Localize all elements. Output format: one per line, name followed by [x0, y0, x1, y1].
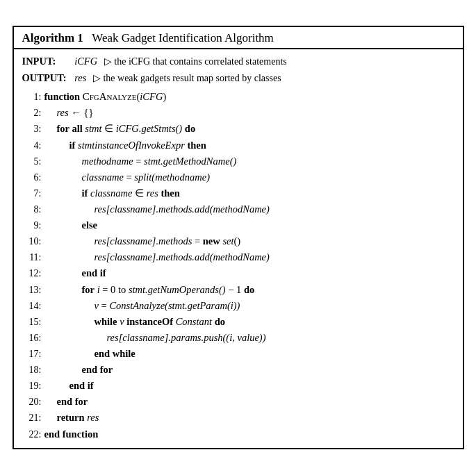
line-content-14: v = ConstAnalyze(stmt.getParam(i)) [44, 298, 240, 314]
output-var: res [72, 70, 89, 85]
line-content-20: end for [44, 394, 88, 410]
algorithm-box: Algorithm 1 Weak Gadget Identification A… [13, 26, 464, 449]
line-content-2: res ← {} [44, 105, 94, 121]
line-num-5: 5: [22, 154, 42, 169]
line-num-13: 13: [22, 283, 42, 298]
line-num-8: 8: [22, 202, 42, 217]
line-content-13: for i = 0 to stmt.getNumOperands() − 1 d… [44, 282, 255, 298]
code-lines: 1: function CfgAnalyze(iCFG) 2: res ← {}… [22, 89, 454, 442]
line-num-22: 22: [22, 427, 42, 442]
line-3: 3: for all stmt ∈ iCFG.getStmts() do [22, 121, 454, 137]
line-content-1: function CfgAnalyze(iCFG) [44, 89, 167, 106]
line-num-10: 10: [22, 234, 42, 249]
line-num-11: 11: [22, 250, 42, 265]
line-content-7: if classname ∈ res then [44, 185, 180, 201]
line-9: 9: else [22, 217, 454, 233]
line-num-21: 21: [22, 410, 42, 426]
line-num-18: 18: [22, 362, 42, 378]
line-num-12: 12: [22, 266, 42, 281]
line-18: 18: end for [22, 362, 454, 378]
line-content-4: if stmtinstanceOfInvokeExpr then [44, 138, 206, 153]
line-num-14: 14: [22, 299, 42, 314]
line-num-3: 3: [22, 122, 42, 137]
output-label: OUTPUT: [22, 70, 72, 85]
algorithm-body: INPUT: iCFG ▷ the iCFG that contains cor… [14, 49, 463, 447]
line-content-12: end if [44, 265, 106, 281]
line-content-9: else [44, 217, 98, 233]
line-num-4: 4: [22, 138, 42, 153]
line-content-10: res[classname].methods = new set() [44, 233, 241, 249]
line-content-22: end function [44, 426, 99, 442]
line-num-19: 19: [22, 378, 42, 394]
line-7: 7: if classname ∈ res then [22, 185, 454, 201]
line-content-15: while v instanceOf Constant do [44, 314, 226, 330]
algorithm-title: Weak Gadget Identification Algorithm [86, 31, 274, 44]
line-12: 12: end if [22, 265, 454, 281]
line-4: 4: if stmtinstanceOfInvokeExpr then [22, 138, 454, 153]
line-num-17: 17: [22, 347, 42, 362]
line-5: 5: methodname = stmt.getMethodName() [22, 153, 454, 169]
line-content-3: for all stmt ∈ iCFG.getStmts() do [44, 121, 196, 137]
line-22: 22: end function [22, 426, 454, 442]
line-num-2: 2: [22, 106, 42, 121]
line-15: 15: while v instanceOf Constant do [22, 314, 454, 330]
line-content-17: end while [44, 346, 136, 362]
algorithm-number: Algorithm 1 [22, 31, 83, 44]
line-content-11: res[classname].methods.add(methodName) [44, 249, 270, 265]
line-1: 1: function CfgAnalyze(iCFG) [22, 89, 454, 106]
line-10: 10: res[classname].methods = new set() [22, 233, 454, 249]
line-num-9: 9: [22, 218, 42, 233]
line-14: 14: v = ConstAnalyze(stmt.getParam(i)) [22, 298, 454, 314]
input-label: INPUT: [22, 53, 72, 69]
line-2: 2: res ← {} [22, 105, 454, 121]
line-num-6: 6: [22, 170, 42, 185]
algorithm-header: Algorithm 1 Weak Gadget Identification A… [14, 27, 463, 49]
line-21: 21: return res [22, 410, 454, 426]
line-6: 6: classname = split(methodname) [22, 169, 454, 185]
line-content-16: res[classname].params.push((i, value)) [44, 330, 266, 346]
line-content-8: res[classname].methods.add(methodName) [44, 201, 270, 217]
input-comment: ▷ the iCFG that contains correlated stat… [104, 54, 287, 69]
line-11: 11: res[classname].methods.add(methodNam… [22, 249, 454, 265]
line-num-7: 7: [22, 186, 42, 201]
line-content-19: end if [44, 378, 94, 394]
line-20: 20: end for [22, 394, 454, 410]
line-num-15: 15: [22, 315, 42, 330]
input-line: INPUT: iCFG ▷ the iCFG that contains cor… [22, 53, 454, 69]
line-19: 19: end if [22, 378, 454, 394]
line-8: 8: res[classname].methods.add(methodName… [22, 201, 454, 217]
line-num-20: 20: [22, 394, 42, 410]
line-num-16: 16: [22, 331, 42, 346]
line-content-5: methodname = stmt.getMethodName() [44, 153, 237, 169]
output-comment: ▷ the weak gadgets result map sorted by … [93, 71, 281, 86]
line-13: 13: for i = 0 to stmt.getNumOperands() −… [22, 282, 454, 298]
line-content-18: end for [44, 362, 113, 378]
line-17: 17: end while [22, 346, 454, 362]
line-16: 16: res[classname].params.push((i, value… [22, 330, 454, 346]
input-var: iCFG [72, 53, 100, 69]
line-num-1: 1: [22, 90, 42, 105]
line-content-21: return res [44, 410, 99, 426]
line-content-6: classname = split(methodname) [44, 169, 211, 185]
output-line: OUTPUT: res ▷ the weak gadgets result ma… [22, 70, 454, 86]
